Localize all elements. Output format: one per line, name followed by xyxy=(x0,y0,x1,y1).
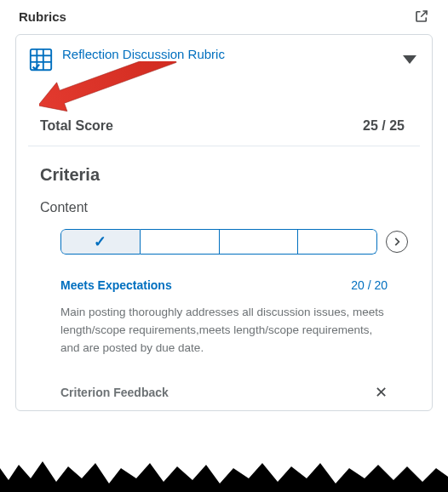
popout-icon[interactable] xyxy=(414,9,429,24)
level-description: Main posting thoroughly addresses all di… xyxy=(28,304,420,378)
level-selector: ✓ xyxy=(60,229,377,255)
level-name: Meets Expectations xyxy=(60,278,172,292)
level-option-1[interactable]: ✓ xyxy=(60,229,141,255)
level-option-3[interactable] xyxy=(220,229,299,255)
criterion-name: Content xyxy=(40,200,408,215)
rubric-grid-icon xyxy=(28,47,54,72)
total-score-label: Total Score xyxy=(40,118,113,134)
rubric-title-link[interactable]: Reflection Discussion Rubric xyxy=(62,47,225,61)
torn-edge-decoration xyxy=(0,453,448,492)
page-title: Rubrics xyxy=(19,9,66,24)
next-criterion-button[interactable] xyxy=(386,231,408,253)
collapse-caret-icon[interactable] xyxy=(403,55,416,64)
total-score-value: 25 / 25 xyxy=(363,118,405,134)
close-icon[interactable]: ✕ xyxy=(375,383,388,402)
criteria-heading: Criteria xyxy=(40,165,408,185)
level-score: 20 / 20 xyxy=(351,278,388,292)
rubric-panel: Reflection Discussion Rubric Total Score… xyxy=(15,34,433,411)
criterion-feedback-label: Criterion Feedback xyxy=(60,386,169,399)
level-option-2[interactable] xyxy=(141,229,220,255)
level-option-4[interactable] xyxy=(298,229,377,255)
checkmark-icon: ✓ xyxy=(94,232,106,251)
